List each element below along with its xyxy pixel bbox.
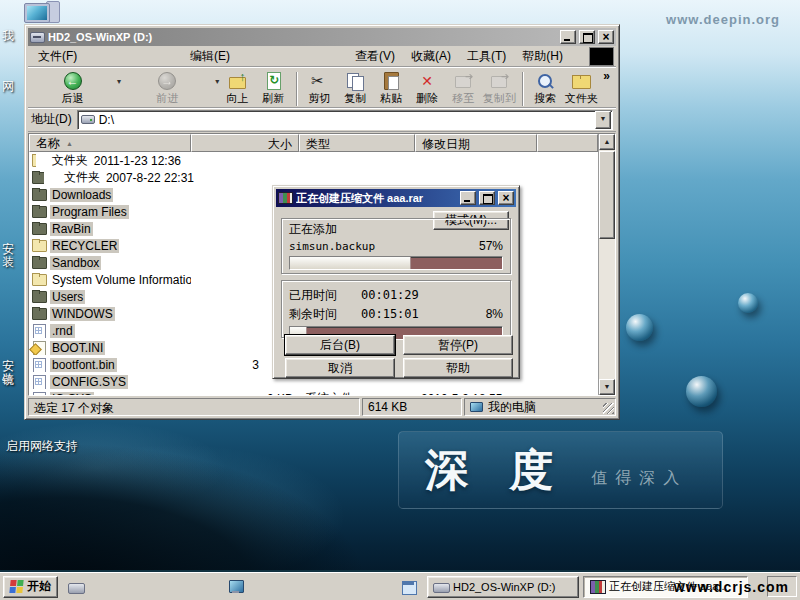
toolbar-button[interactable]: 刷新 (255, 70, 291, 104)
scroll-down-button[interactable]: ▼ (599, 379, 615, 395)
toolbar-button[interactable]: 向上 (219, 70, 255, 104)
task-label: HD2_OS-WinXP (D:) (453, 581, 555, 593)
toolbar-button[interactable]: 复制 (337, 70, 373, 104)
menu-item[interactable]: 编辑(E) (182, 46, 347, 67)
file-name-label: BOOT.INI (50, 341, 105, 355)
toolbar-button[interactable]: 搜索 (527, 70, 563, 104)
list-header: 名称 ▲ 大小 类型 修改日期 (29, 134, 598, 152)
column-header-date[interactable]: 修改日期 (415, 134, 537, 152)
maximize-button[interactable] (579, 30, 595, 44)
remaining-label: 剩余时间 (289, 306, 361, 323)
help-button[interactable]: 帮助 (403, 358, 513, 378)
dialog-titlebar[interactable]: 正在创建压缩文件 aaa.rar (276, 189, 516, 207)
close-button[interactable] (598, 30, 614, 44)
toolbar-button-label: 文件夹 (565, 92, 598, 104)
pause-button[interactable]: 暂停(P) (403, 335, 513, 355)
toolbar-button[interactable]: 粘贴 (373, 70, 409, 104)
toolbar: 后退 前进 向上 刷新 剪切 复制 (28, 67, 616, 108)
vertical-scrollbar[interactable]: ▲ ▼ (598, 134, 615, 395)
toolbar-button[interactable]: 文件夹 (563, 70, 599, 104)
address-dropdown-button[interactable]: ▼ (595, 111, 611, 129)
desktop-icon-label-fragment[interactable]: 镜 (2, 374, 22, 387)
close-button[interactable] (498, 191, 514, 205)
deepin-brand-panel: 深 度 值得深入 (398, 431, 723, 509)
file-name-cell: Config.Msi (29, 154, 36, 168)
address-combo[interactable]: D:\ ▼ (77, 110, 613, 130)
desktop-icon-label-fragment[interactable]: 安装 (2, 243, 22, 269)
toolbar-button-icon (381, 72, 401, 90)
scroll-up-button[interactable]: ▲ (599, 134, 615, 150)
menu-item[interactable]: 文件(F) (30, 46, 182, 67)
status-size-text: 614 KB (362, 398, 462, 416)
file-row[interactable]: Documents and Settings 文件夹 2007-8-22 22:… (29, 169, 194, 186)
file-size-cell: 0 KB (191, 392, 299, 396)
file-name-label: Downloads (50, 188, 113, 202)
toolbar-button-label: 刷新 (262, 92, 284, 104)
time-group: 已用时间 00:01:29 剩余时间 00:15:01 8% (281, 280, 511, 338)
background-button[interactable]: 后台(B) (285, 335, 395, 355)
toolbar-button[interactable]: 剪切 (301, 70, 337, 104)
toolbar-button[interactable]: 移至 (445, 70, 481, 104)
status-bar: 选定 17 个对象 614 KB 我的电脑 (28, 396, 616, 416)
task-icon (589, 580, 605, 593)
taskbar-task-button[interactable]: HD2_OS-WinXP (D:) (427, 576, 579, 598)
throbber-logo (589, 47, 614, 66)
file-name-label: System Volume Information (50, 273, 191, 287)
menu-bar: 文件(F) 编辑(E) 查看(V) 收藏(A) 工具(T) 帮助(H) (28, 46, 616, 67)
file-row[interactable]: Config.Msi 文件夹 2011-1-23 12:36 (29, 152, 181, 169)
quick-launch-icon[interactable] (401, 580, 417, 594)
file-date-cell: 2007-8-22 22:31 (100, 171, 194, 185)
column-header-size[interactable]: 大小 (191, 134, 299, 152)
toolbar-button[interactable]: 后退 (30, 70, 121, 104)
file-type-icon (31, 392, 47, 395)
minimize-button[interactable] (560, 30, 576, 44)
water-droplet (738, 293, 758, 313)
menu-item[interactable]: 查看(V) (347, 46, 403, 67)
toolbar-button-icon (453, 72, 473, 90)
toolbar-button[interactable]: 删除 (409, 70, 445, 104)
column-header-name[interactable]: 名称 ▲ (29, 134, 191, 152)
file-date-cell: 2011-1-23 12:36 (88, 154, 181, 168)
start-button-label: 开始 (27, 578, 51, 595)
scrollbar-thumb[interactable] (599, 151, 615, 239)
toolbar-button[interactable]: 复制到 (481, 70, 517, 104)
scrollbar-track[interactable] (599, 150, 615, 379)
menu-item[interactable]: 帮助(H) (514, 46, 571, 67)
quick-launch-icon[interactable] (68, 580, 220, 594)
maximize-button[interactable] (479, 191, 495, 205)
minimize-button[interactable] (460, 191, 476, 205)
menu-item[interactable]: 工具(T) (459, 46, 514, 67)
file-name-cell: CONFIG.SYS (29, 375, 191, 389)
start-button[interactable]: 开始 (3, 576, 58, 598)
desktop-icon-label-network[interactable]: 启用网络支持 (6, 438, 78, 455)
file-type-icon (31, 256, 47, 269)
file-type-icon (31, 239, 47, 252)
toolbar-button[interactable]: 前进 (121, 70, 219, 104)
menu-item[interactable]: 收藏(A) (403, 46, 459, 67)
file-progress-bar (289, 256, 503, 270)
toolbar-button-label: 移至 (452, 92, 474, 104)
toolbar-button-icon (263, 72, 283, 90)
file-name-cell: Downloads (29, 188, 191, 202)
file-name-cell: .rnd (29, 324, 191, 338)
my-computer-icon[interactable] (24, 1, 64, 25)
drive-icon (81, 115, 95, 124)
file-name-label: RavBin (50, 222, 93, 236)
resize-grip[interactable] (603, 403, 614, 414)
file-row[interactable]: IO.SYS 0 KB 系统文件 2010-5-9 18:55 (29, 390, 598, 395)
explorer-titlebar[interactable]: HD2_OS-WinXP (D:) (28, 28, 616, 46)
toolbar-overflow-chevron[interactable]: » (599, 68, 614, 84)
toolbar-button-icon (417, 72, 437, 90)
status-selection-text: 选定 17 个对象 (28, 398, 360, 416)
file-type-icon (31, 171, 44, 184)
column-header-type[interactable]: 类型 (299, 134, 415, 152)
cancel-button[interactable]: 取消 (285, 358, 395, 378)
total-percent: 8% (486, 307, 503, 321)
toolbar-button-icon (571, 72, 591, 90)
quick-launch-icon[interactable] (228, 580, 393, 594)
toolbar-button-icon (345, 72, 365, 90)
address-value[interactable]: D:\ (99, 113, 591, 127)
toolbar-button-icon (227, 72, 247, 90)
dcrjs-url-text: www.dcrjs.com (674, 579, 789, 595)
remaining-value: 00:15:01 (361, 307, 453, 321)
